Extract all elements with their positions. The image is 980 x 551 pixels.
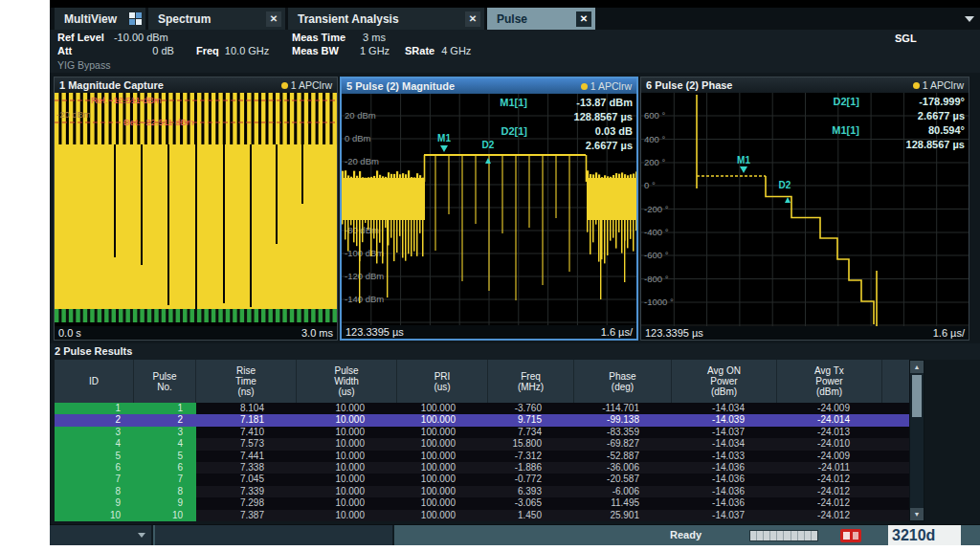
marker-value: 80.594°: [873, 123, 965, 138]
ref-line-label: Ref. -12.511 dBm: [91, 95, 162, 105]
tab-bar: MultiViewSpectrum✕Transient Analysis✕Pul…: [50, 8, 980, 30]
cell-filler: [882, 474, 909, 485]
ready-status: Ready: [670, 529, 702, 540]
table-row[interactable]: 118.10410.000100.000-3.760-114.701-14.03…: [55, 403, 909, 414]
setting-att[interactable]: Att0 dB: [57, 45, 174, 56]
cell: -24.012: [777, 486, 882, 497]
cell-filler: [882, 510, 909, 521]
magnitude-plot[interactable]: 20 dBm0 dBm-20 dBm-40 dBm-60 dBm-80 dBm-…: [342, 94, 636, 325]
table-row[interactable]: 667.33810.000100.000-1.886-36.006-14.036…: [55, 462, 909, 474]
tab-transient-analysis[interactable]: Transient Analysis✕: [288, 8, 484, 30]
column-header: PulseNo.: [134, 360, 196, 403]
close-icon[interactable]: ✕: [465, 11, 480, 27]
table-row[interactable]: 557.44110.000100.000-7.312-52.887-14.033…: [55, 451, 909, 462]
marker-readout: M1[1]-13.87 dBm: [468, 96, 633, 110]
column-header: ID: [55, 360, 134, 403]
column-header: PRI(us): [397, 360, 488, 403]
cell: 7.410: [196, 427, 297, 438]
setting-srate[interactable]: SRate4 GHz: [405, 45, 471, 56]
cell: -14.036: [672, 462, 777, 474]
setting-label: Freq: [196, 45, 219, 56]
chevron-down-icon: [138, 533, 145, 538]
cell: -6.006: [574, 486, 672, 497]
table-row[interactable]: 337.41010.000100.0007.734-83.359-14.037-…: [55, 427, 909, 438]
cell: 10.000: [297, 462, 397, 474]
marker-name: D2[1]: [800, 95, 859, 109]
close-icon[interactable]: ✕: [576, 11, 591, 27]
x-start: 0.0 s: [58, 327, 81, 339]
cell: 7.573: [196, 438, 297, 450]
results-window-title: 2 Pulse Results: [50, 343, 980, 360]
tab-multiview[interactable]: MultiView: [55, 8, 145, 30]
table-row[interactable]: 887.33910.000100.0006.393-6.006-14.036-2…: [55, 486, 909, 497]
column-header: Avg TxPower(dBm): [777, 360, 882, 403]
cell: -14.036: [672, 474, 777, 485]
table-row[interactable]: 997.29810.000100.000-3.06511.495-14.036-…: [55, 497, 909, 509]
cell: 10: [55, 510, 134, 521]
svg-text:M1: M1: [437, 133, 451, 143]
table-header-row: IDPulseNo.RiseTime(ns)PulseWidth(us)PRI(…: [55, 360, 909, 403]
panel-pulse-phase: 6 Pulse (2) Phase 1 APClrw 600 °400 °200…: [640, 77, 969, 341]
table-row[interactable]: 777.04510.000100.000-0.772-20.587-14.036…: [55, 474, 909, 485]
trace-label: 1 APClrw: [590, 80, 632, 92]
capture-bars: [55, 93, 337, 311]
setting-freq[interactable]: Freq10.0 GHz: [196, 45, 269, 56]
tab-label: Pulse: [497, 12, 527, 26]
setting-label: SRate: [405, 45, 434, 56]
setting-value: 0 dB: [152, 45, 174, 56]
cell: -69.827: [574, 438, 672, 450]
cell: 3: [55, 427, 134, 438]
analyzer-window: MultiViewSpectrum✕Transient Analysis✕Pul…: [50, 8, 980, 545]
cell: 7.298: [196, 497, 297, 509]
capture-plot[interactable]: Ref. -12.511 dBm -20 dBm Det. -22.511 dB…: [55, 93, 337, 326]
cell: 7: [134, 474, 196, 485]
cell: -52.887: [574, 451, 672, 462]
phase-plot[interactable]: 600 °400 °200 °0 °-200 °-400 °-600 °-800…: [641, 93, 969, 326]
status-message-box[interactable]: [155, 525, 394, 545]
x-axis: 123.3395 µs 1.6 µs/: [641, 326, 969, 340]
table-row[interactable]: 10107.38710.000100.0001.45025.901-14.037…: [55, 510, 909, 521]
cell: 7.181: [196, 414, 297, 426]
cell: 10.000: [297, 427, 397, 438]
tab-pulse[interactable]: Pulse✕: [487, 8, 595, 30]
close-icon[interactable]: ✕: [266, 11, 281, 27]
setting-meas-time[interactable]: Meas Time3 ms: [292, 32, 386, 43]
x-start: 123.3395 µs: [345, 326, 404, 338]
cell: -14.039: [672, 414, 777, 426]
marker-readouts: D2[1]-178.999°2.6677 µsM1[1]80.594°128.8…: [800, 95, 965, 152]
table-row[interactable]: 227.18110.000100.0009.715-99.138-14.039-…: [55, 414, 909, 426]
error-indicator-icon[interactable]: [840, 529, 861, 542]
scrollbar-thumb[interactable]: [912, 375, 922, 417]
marker-name: [468, 110, 527, 124]
scroll-up-icon[interactable]: ▲: [910, 361, 924, 373]
setting-meas-bw[interactable]: Meas BW1 GHz: [292, 45, 390, 56]
setting-ref-level[interactable]: Ref Level-10.00 dBm: [57, 32, 168, 43]
cell: -36.006: [574, 462, 672, 474]
progress-segment: [777, 531, 784, 540]
marker-x-value: 128.8567 µs: [873, 138, 965, 152]
table-row[interactable]: 447.57310.000100.00015.800-69.827-14.034…: [55, 438, 909, 450]
cell: 7.734: [488, 427, 574, 438]
cell: 100.000: [397, 427, 488, 438]
cell-filler: [882, 427, 909, 438]
panel-title: 1 Magnitude Capture: [59, 79, 164, 91]
trace-color-icon: [581, 83, 588, 90]
setting-value: 4 GHz: [441, 45, 471, 56]
tab-spectrum[interactable]: Spectrum✕: [148, 8, 285, 30]
table-scrollbar[interactable]: ▲ ▼: [909, 360, 924, 521]
scroll-down-icon[interactable]: ▼: [910, 508, 924, 520]
status-dropdown[interactable]: [50, 525, 153, 545]
progress-segment: [784, 531, 791, 540]
progress-segment: [757, 531, 764, 540]
x-start: 123.3395 µs: [645, 327, 703, 339]
tab-overflow-button[interactable]: [965, 16, 974, 22]
svg-text:-200 °: -200 °: [644, 204, 669, 214]
marker-x-value: 2.6677 µs: [541, 139, 633, 153]
cell: -14.033: [672, 451, 777, 462]
cell: -1.886: [488, 462, 574, 474]
cell: 10.000: [297, 486, 397, 497]
y-axis-label: -20 dBm: [56, 109, 91, 120]
cell: 100.000: [397, 486, 488, 497]
cell: 9: [55, 497, 134, 509]
setting-label: Att: [57, 45, 72, 56]
